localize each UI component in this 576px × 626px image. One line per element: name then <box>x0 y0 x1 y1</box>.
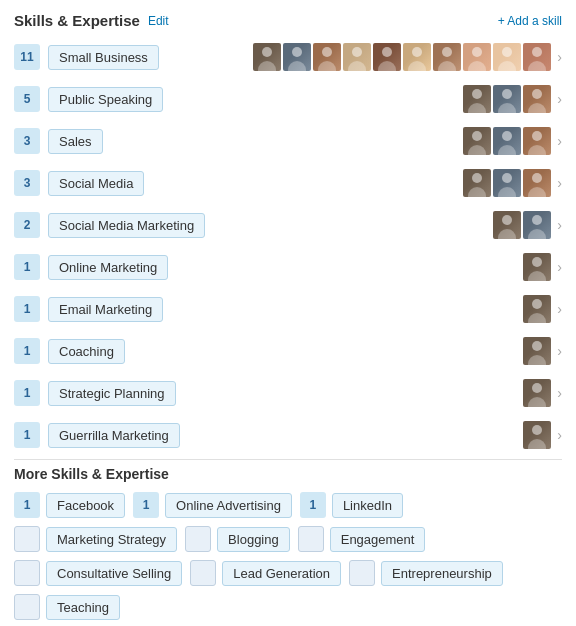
skill-tag-strategic-planning[interactable]: Strategic Planning <box>48 381 176 406</box>
avatar[interactable] <box>493 127 521 155</box>
avatar[interactable] <box>523 211 551 239</box>
avatar[interactable] <box>523 421 551 449</box>
more-skill-count-facebook: 1 <box>14 492 40 518</box>
skill-avatars-guerrilla-marketing <box>523 421 551 449</box>
avatar[interactable] <box>463 43 491 71</box>
chevron-right-icon[interactable]: › <box>557 91 562 107</box>
avatar[interactable] <box>493 85 521 113</box>
more-skill-count-empty-consultative-selling <box>14 560 40 586</box>
avatar[interactable] <box>463 169 491 197</box>
divider <box>14 459 562 460</box>
chevron-right-icon[interactable]: › <box>557 427 562 443</box>
more-skill-count-empty-teaching <box>14 594 40 620</box>
skill-tag-guerrilla-marketing[interactable]: Guerrilla Marketing <box>48 423 180 448</box>
chevron-right-icon[interactable]: › <box>557 175 562 191</box>
avatar[interactable] <box>373 43 401 71</box>
skill-avatars-coaching <box>523 337 551 365</box>
chevron-right-icon[interactable]: › <box>557 217 562 233</box>
more-skill-item-lead-generation: Lead Generation <box>190 560 341 586</box>
skill-count-small-business: 11 <box>14 44 40 70</box>
avatar[interactable] <box>463 127 491 155</box>
skill-count-email-marketing: 1 <box>14 296 40 322</box>
more-skill-item-entrepreneurship: Entrepreneurship <box>349 560 503 586</box>
section-header: Skills & Expertise Edit + Add a skill <box>14 12 562 29</box>
avatar[interactable] <box>523 169 551 197</box>
skill-avatars-sales <box>463 127 551 155</box>
more-skill-tag-online-advertising[interactable]: Online Advertising <box>165 493 292 518</box>
skill-bar-small-business <box>167 56 245 58</box>
avatar[interactable] <box>523 337 551 365</box>
more-skills-grid: 1Facebook1Online Advertising1LinkedInMar… <box>14 492 562 620</box>
skill-row-social-media: 3Social Media› <box>14 165 562 201</box>
more-skill-item-facebook: 1Facebook <box>14 492 125 518</box>
skill-tag-email-marketing[interactable]: Email Marketing <box>48 297 163 322</box>
avatar[interactable] <box>283 43 311 71</box>
avatar[interactable] <box>523 379 551 407</box>
edit-link[interactable]: Edit <box>148 14 169 28</box>
skill-row-email-marketing: 1Email Marketing› <box>14 291 562 327</box>
more-skill-tag-teaching[interactable]: Teaching <box>46 595 120 620</box>
skill-bar-social-media <box>152 182 455 184</box>
skill-avatars-social-media-marketing <box>493 211 551 239</box>
skill-tag-online-marketing[interactable]: Online Marketing <box>48 255 168 280</box>
chevron-right-icon[interactable]: › <box>557 385 562 401</box>
add-skill-link[interactable]: + Add a skill <box>498 14 562 28</box>
avatar[interactable] <box>493 43 521 71</box>
avatar[interactable] <box>523 85 551 113</box>
more-skill-count-empty-engagement <box>298 526 324 552</box>
avatar[interactable] <box>493 211 521 239</box>
skill-tag-social-media-marketing[interactable]: Social Media Marketing <box>48 213 205 238</box>
chevron-right-icon[interactable]: › <box>557 301 562 317</box>
chevron-right-icon[interactable]: › <box>557 259 562 275</box>
more-skill-tag-engagement[interactable]: Engagement <box>330 527 426 552</box>
skills-list: 11Small Business›5Public Speaking›3Sales… <box>14 39 562 453</box>
skill-tag-social-media[interactable]: Social Media <box>48 171 144 196</box>
skill-row-guerrilla-marketing: 1Guerrilla Marketing› <box>14 417 562 453</box>
avatar[interactable] <box>523 127 551 155</box>
more-skill-tag-consultative-selling[interactable]: Consultative Selling <box>46 561 182 586</box>
avatar[interactable] <box>523 253 551 281</box>
avatar[interactable] <box>463 85 491 113</box>
skill-tag-small-business[interactable]: Small Business <box>48 45 159 70</box>
section-title: Skills & Expertise <box>14 12 140 29</box>
more-skill-tag-linkedin[interactable]: LinkedIn <box>332 493 403 518</box>
avatar[interactable] <box>523 295 551 323</box>
chevron-right-icon[interactable]: › <box>557 133 562 149</box>
chevron-right-icon[interactable]: › <box>557 343 562 359</box>
more-skill-tag-blogging[interactable]: Blogging <box>217 527 290 552</box>
skill-count-coaching: 1 <box>14 338 40 364</box>
skill-avatars-strategic-planning <box>523 379 551 407</box>
avatar[interactable] <box>523 43 551 71</box>
skill-tag-public-speaking[interactable]: Public Speaking <box>48 87 163 112</box>
skill-tag-sales[interactable]: Sales <box>48 129 103 154</box>
skill-bar-strategic-planning <box>184 392 516 394</box>
avatar[interactable] <box>493 169 521 197</box>
more-skill-item-engagement: Engagement <box>298 526 426 552</box>
avatar[interactable] <box>403 43 431 71</box>
skill-count-social-media-marketing: 2 <box>14 212 40 238</box>
avatar[interactable] <box>343 43 371 71</box>
skill-count-online-marketing: 1 <box>14 254 40 280</box>
skill-avatars-small-business <box>253 43 551 71</box>
more-skill-item-teaching: Teaching <box>14 594 120 620</box>
avatar[interactable] <box>433 43 461 71</box>
more-skill-count-empty-marketing-strategy <box>14 526 40 552</box>
avatar[interactable] <box>253 43 281 71</box>
avatar[interactable] <box>313 43 341 71</box>
more-skill-count-empty-blogging <box>185 526 211 552</box>
more-skills-row: 1Facebook1Online Advertising1LinkedIn <box>14 492 562 518</box>
more-skill-tag-marketing-strategy[interactable]: Marketing Strategy <box>46 527 177 552</box>
more-skill-tag-entrepreneurship[interactable]: Entrepreneurship <box>381 561 503 586</box>
more-section-title: More Skills & Expertise <box>14 466 562 482</box>
skill-bar-social-media-marketing <box>213 224 485 226</box>
skill-bar-public-speaking <box>171 98 455 100</box>
more-skill-item-blogging: Blogging <box>185 526 290 552</box>
more-skill-item-linkedin: 1LinkedIn <box>300 492 403 518</box>
chevron-right-icon[interactable]: › <box>557 49 562 65</box>
more-skill-tag-facebook[interactable]: Facebook <box>46 493 125 518</box>
more-skill-count-linkedin: 1 <box>300 492 326 518</box>
skill-count-social-media: 3 <box>14 170 40 196</box>
skill-count-guerrilla-marketing: 1 <box>14 422 40 448</box>
skill-tag-coaching[interactable]: Coaching <box>48 339 125 364</box>
more-skill-tag-lead-generation[interactable]: Lead Generation <box>222 561 341 586</box>
